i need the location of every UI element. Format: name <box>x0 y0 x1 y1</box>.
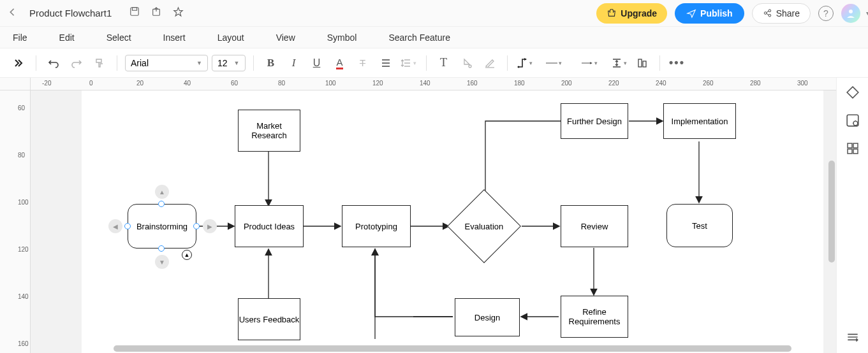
grid-panel-icon[interactable] <box>844 140 861 157</box>
sel-arrow-w[interactable]: ◀ <box>108 219 122 233</box>
spacing-icon[interactable]: ▾ <box>610 54 629 73</box>
layers-icon[interactable] <box>844 329 861 345</box>
more-icon[interactable]: ••• <box>668 54 687 73</box>
sel-handle-n[interactable] <box>158 201 165 207</box>
menu-file[interactable]: File <box>13 32 27 43</box>
underline-icon[interactable]: U <box>307 54 327 73</box>
node-test[interactable]: Test <box>666 204 733 247</box>
sel-rotate-handle[interactable]: ▲ <box>182 250 192 260</box>
svg-point-3 <box>764 12 767 15</box>
menu-insert[interactable]: Insert <box>163 32 186 43</box>
svg-rect-27 <box>853 143 858 148</box>
menu-view[interactable]: View <box>276 32 295 43</box>
align-icon[interactable] <box>376 54 395 73</box>
sel-handle-w[interactable] <box>124 223 131 229</box>
menu-symbol[interactable]: Symbol <box>327 32 357 43</box>
svg-point-5 <box>769 14 771 17</box>
svg-rect-11 <box>638 59 642 67</box>
node-market[interactable]: Market Research <box>238 110 300 152</box>
toolbar: Arial▼ 12▼ B I U A T ▾ T ▾ ▾ ▾ ▾ ••• <box>0 48 868 78</box>
format-painter-icon[interactable] <box>90 54 109 73</box>
node-design[interactable]: Design <box>455 298 520 336</box>
node-eval[interactable]: Evaluation <box>458 200 510 252</box>
menu-bar: File Edit Select Insert Layout View Symb… <box>0 27 868 48</box>
export-icon[interactable] <box>151 6 161 20</box>
bold-icon[interactable]: B <box>261 54 281 73</box>
workspace: -20 0 20 40 60 80 100 120 140 160 180 20… <box>0 78 868 353</box>
title-bar: Product Flowchart1 Upgrade Publish Share… <box>0 0 868 27</box>
svg-rect-24 <box>847 115 858 126</box>
node-further[interactable]: Further Design <box>561 103 628 139</box>
italic-icon[interactable]: I <box>284 54 304 73</box>
menu-layout[interactable]: Layout <box>217 32 244 43</box>
node-proto[interactable]: Prototyping <box>342 205 411 247</box>
redo-icon[interactable] <box>67 54 86 73</box>
fill-icon[interactable] <box>457 54 476 73</box>
upgrade-button[interactable]: Upgrade <box>596 3 667 24</box>
svg-rect-29 <box>853 149 858 154</box>
svg-rect-7 <box>485 67 494 68</box>
theme-icon[interactable] <box>844 84 861 101</box>
publish-button[interactable]: Publish <box>675 3 744 24</box>
help-icon[interactable]: ? <box>818 6 834 21</box>
doc-title: Product Flowchart1 <box>29 8 112 18</box>
avatar[interactable] <box>841 4 860 23</box>
title-icons <box>129 6 184 20</box>
save-icon[interactable] <box>129 6 140 20</box>
star-icon[interactable] <box>173 6 184 20</box>
settings-panel-icon[interactable] <box>844 112 861 129</box>
title-right: Upgrade Publish Share ? <box>596 3 860 24</box>
node-feedback[interactable]: Users Feedback <box>238 298 300 340</box>
line-color-icon[interactable] <box>480 54 499 73</box>
node-ideas[interactable]: Product Ideas <box>235 205 304 247</box>
text-tool-icon[interactable]: T <box>434 54 453 73</box>
svg-rect-0 <box>131 8 138 15</box>
node-impl[interactable]: Implementation <box>663 103 736 139</box>
font-select[interactable]: Arial▼ <box>125 55 208 71</box>
sel-handle-e[interactable] <box>193 223 200 229</box>
back-icon[interactable] <box>8 6 17 20</box>
canvas[interactable]: Brainstorming ▲ ▼ ◀ ▶ ▲ Market Research … <box>31 90 836 353</box>
sel-arrow-s[interactable]: ▼ <box>155 255 169 269</box>
svg-point-4 <box>769 10 771 12</box>
node-refine[interactable]: Refine Requirements <box>561 296 628 338</box>
arrow-style-icon[interactable]: ▾ <box>574 54 606 73</box>
node-review[interactable]: Review <box>561 205 628 247</box>
share-button[interactable]: Share <box>752 3 811 24</box>
sel-handle-s[interactable] <box>158 245 165 252</box>
expand-icon[interactable] <box>9 54 28 73</box>
font-color-icon[interactable]: A <box>330 54 349 73</box>
svg-rect-1 <box>133 8 137 10</box>
svg-point-25 <box>853 121 858 126</box>
svg-rect-28 <box>848 149 852 154</box>
svg-rect-12 <box>643 61 646 67</box>
right-panel <box>836 78 868 353</box>
node-brainstorming[interactable]: Brainstorming <box>128 204 196 249</box>
h-scrollbar[interactable] <box>114 345 791 352</box>
line-spacing-icon[interactable]: ▾ <box>399 54 418 73</box>
size-select[interactable]: 12▼ <box>212 55 246 71</box>
position-icon[interactable] <box>633 54 652 73</box>
v-scrollbar[interactable] <box>828 161 835 263</box>
ruler-left: 60 80 100 120 140 160 <box>0 90 31 353</box>
menu-select[interactable]: Select <box>107 32 131 43</box>
sel-arrow-e[interactable]: ▶ <box>203 219 217 233</box>
clear-format-icon[interactable]: T <box>353 54 372 73</box>
line-style-icon[interactable]: ▾ <box>538 54 570 73</box>
connector-icon[interactable]: ▾ <box>515 54 534 73</box>
ruler-top: -20 0 20 40 60 80 100 120 140 160 180 20… <box>31 78 836 90</box>
svg-point-8 <box>518 66 520 68</box>
undo-icon[interactable] <box>44 54 63 73</box>
canvas-margin-left <box>31 90 82 353</box>
menu-edit[interactable]: Edit <box>59 32 75 43</box>
menu-search[interactable]: Search Feature <box>388 32 450 43</box>
svg-rect-26 <box>848 143 852 148</box>
svg-point-6 <box>849 10 853 13</box>
ruler-corner <box>0 78 31 90</box>
sel-arrow-n[interactable]: ▲ <box>155 185 169 199</box>
